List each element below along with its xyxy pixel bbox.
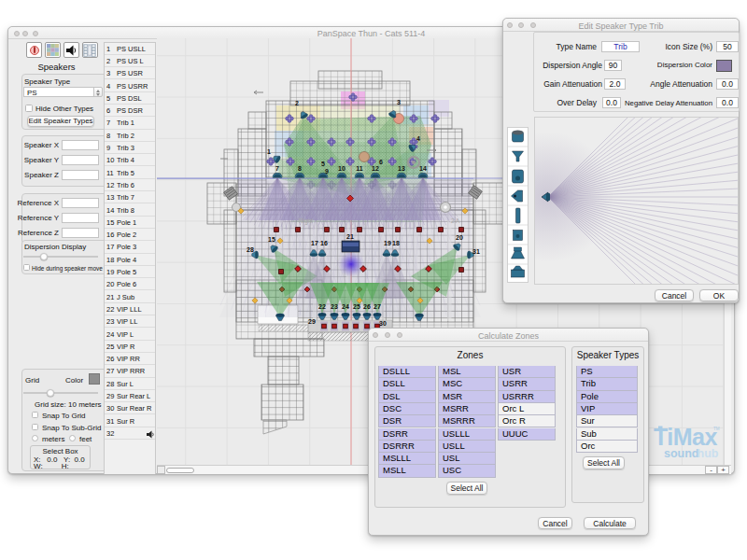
svg-text:19: 19 <box>384 240 391 246</box>
svg-text:8: 8 <box>298 165 302 172</box>
svg-text:Right: Right <box>299 217 313 225</box>
svg-text:2: 2 <box>295 100 299 106</box>
svg-text:29: 29 <box>308 318 316 325</box>
svg-text:27: 27 <box>374 303 381 310</box>
svg-text:31: 31 <box>472 248 480 255</box>
svg-text:16: 16 <box>320 240 328 246</box>
svg-text:18: 18 <box>392 240 400 246</box>
svg-text:30: 30 <box>379 320 387 327</box>
svg-text:28: 28 <box>247 246 254 253</box>
svg-text:2 A: 2 A <box>451 217 460 224</box>
svg-text:1: 1 <box>267 148 271 155</box>
svg-text:7: 7 <box>275 165 279 172</box>
svg-text:14: 14 <box>419 165 427 172</box>
svg-text:TiMax: TiMax <box>654 424 717 450</box>
svg-text:26: 26 <box>363 303 371 310</box>
svg-text:11: 11 <box>356 165 363 172</box>
svg-text:21: 21 <box>346 233 354 240</box>
svg-text:9: 9 <box>325 168 329 175</box>
svg-text:17: 17 <box>311 240 318 246</box>
svg-text:15: 15 <box>268 236 275 243</box>
svg-text:TM: TM <box>713 427 720 431</box>
svg-text:23: 23 <box>331 303 338 310</box>
svg-text:sound: sound <box>664 447 699 460</box>
svg-text:12: 12 <box>372 165 379 172</box>
svg-text:hub: hub <box>698 447 719 460</box>
svg-text:10: 10 <box>338 165 345 172</box>
svg-text:6: 6 <box>379 159 383 165</box>
svg-text:22: 22 <box>318 303 326 310</box>
svg-text:25: 25 <box>353 303 360 310</box>
svg-text:5: 5 <box>321 161 325 167</box>
svg-text:20: 20 <box>456 234 463 241</box>
svg-text:4: 4 <box>416 135 420 142</box>
svg-text:24: 24 <box>342 303 349 310</box>
svg-text:13: 13 <box>398 165 405 172</box>
svg-text:3: 3 <box>397 99 401 105</box>
